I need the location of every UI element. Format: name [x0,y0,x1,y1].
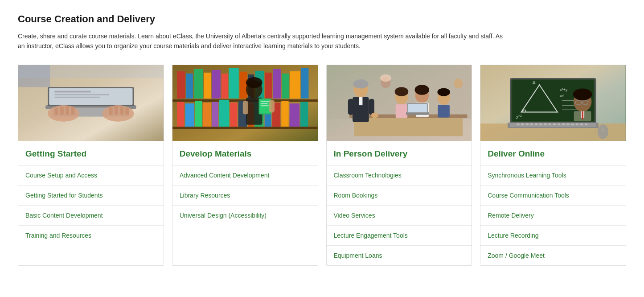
svg-rect-12 [115,106,118,115]
svg-rect-43 [219,100,229,127]
card-deliver-online-title: Deliver Online [488,149,545,158]
card-getting-started: Getting Started Course Setup and Access … [18,65,164,266]
link-equipment-loans[interactable]: Equipment Loans [327,246,472,265]
svg-rect-16 [54,94,109,95]
link-synchronous-learning[interactable]: Synchronous Learning Tools [480,165,626,186]
link-course-setup[interactable]: Course Setup and Access [18,165,164,186]
page-title: Course Creation and Delivery [18,13,626,25]
svg-rect-36 [301,68,308,98]
svg-rect-129 [585,124,587,125]
svg-point-106 [573,88,592,100]
svg-rect-33 [273,69,281,98]
svg-rect-17 [54,97,100,98]
card-in-person-delivery: In Person Delivery Classroom Technologie… [326,65,472,266]
svg-rect-10 [71,107,74,115]
card-image-in-person [327,65,472,141]
svg-rect-124 [562,124,565,125]
svg-rect-71 [359,97,362,105]
svg-point-76 [394,87,408,96]
svg-point-55 [246,77,263,88]
svg-rect-15 [54,91,90,92]
svg-rect-114 [517,124,520,125]
svg-rect-8 [60,107,64,115]
svg-rect-119 [540,124,542,125]
svg-rect-50 [281,101,288,127]
svg-point-86 [454,78,463,88]
link-getting-started-students[interactable]: Getting Started for Students [18,186,164,206]
svg-rect-72 [348,99,353,115]
card-image-getting-started [18,65,164,141]
link-lecture-engagement[interactable]: Lecture Engagement Tools [327,226,472,246]
svg-rect-63 [269,100,275,113]
card-in-person-links: Classroom Technologies Room Bookings Vid… [327,165,472,265]
card-deliver-online-header: Deliver Online [480,141,626,165]
page-description: Create, share and curate course material… [18,31,508,51]
svg-rect-40 [195,101,202,127]
svg-rect-7 [54,107,58,115]
svg-rect-77 [395,104,407,118]
svg-rect-83 [438,105,449,118]
card-develop-materials-links: Advanced Content Development Library Res… [172,165,318,225]
svg-rect-28 [229,68,238,98]
svg-rect-23 [186,74,193,99]
svg-rect-35 [290,71,299,99]
svg-text:>2: >2 [518,114,522,117]
svg-rect-60 [260,103,267,104]
link-lecture-recording[interactable]: Lecture Recording [480,226,626,246]
svg-point-82 [437,88,450,96]
link-zoom-google-meet[interactable]: Zoom / Google Meet [480,246,626,265]
svg-rect-44 [230,103,237,127]
svg-rect-34 [282,74,289,99]
svg-point-79 [414,85,429,95]
svg-rect-3 [49,88,132,105]
svg-rect-123 [558,124,560,125]
svg-text:∆: ∆ [533,80,536,85]
card-getting-started-links: Course Setup and Access Getting Started … [18,165,164,245]
svg-rect-112 [582,111,583,119]
card-develop-materials-header: Develop Materials [172,141,318,165]
svg-text:x²+y: x²+y [560,87,568,91]
cards-grid: Getting Started Course Setup and Access … [18,65,626,266]
svg-point-69 [353,79,369,88]
link-classroom-tech[interactable]: Classroom Technologies [327,165,472,186]
link-universal-design[interactable]: Universal Design (Accessibility) [172,206,318,225]
svg-rect-29 [239,72,247,99]
card-develop-materials-title: Develop Materials [180,149,252,158]
svg-rect-52 [300,102,308,127]
svg-rect-9 [66,106,69,115]
link-library-resources[interactable]: Library Resources [172,186,318,206]
link-video-services[interactable]: Video Services [327,206,472,226]
svg-rect-39 [185,103,194,127]
link-advanced-content[interactable]: Advanced Content Development [172,165,318,186]
svg-rect-121 [549,124,551,125]
svg-text:=r²: =r² [560,94,564,98]
card-getting-started-title: Getting Started [25,149,86,158]
svg-rect-116 [526,124,529,125]
svg-rect-128 [580,124,583,125]
card-in-person-header: In Person Delivery [327,141,472,165]
link-remote-delivery[interactable]: Remote Delivery [480,206,626,226]
svg-rect-42 [212,102,218,127]
svg-rect-14 [125,107,129,115]
link-course-communication[interactable]: Course Communication Tools [480,186,626,206]
svg-rect-125 [567,124,570,125]
svg-rect-89 [408,104,427,112]
link-training-resources[interactable]: Training and Resources [18,226,164,245]
svg-rect-19 [18,65,164,78]
link-basic-content[interactable]: Basic Content Development [18,206,164,226]
svg-rect-118 [535,124,537,125]
svg-rect-115 [521,124,524,125]
svg-rect-22 [177,71,185,99]
svg-rect-67 [354,118,463,136]
card-image-develop-materials [172,65,318,141]
card-in-person-title: In Person Delivery [334,149,408,158]
svg-rect-126 [571,124,574,125]
svg-rect-62 [243,101,248,115]
card-image-deliver-online: 2 >2 ∆ x²+y =r² [480,65,626,141]
svg-rect-51 [289,103,299,127]
link-room-bookings[interactable]: Room Bookings [327,186,472,206]
svg-rect-73 [369,99,374,115]
svg-rect-59 [260,101,269,102]
svg-rect-13 [120,107,123,115]
svg-rect-117 [530,124,533,125]
